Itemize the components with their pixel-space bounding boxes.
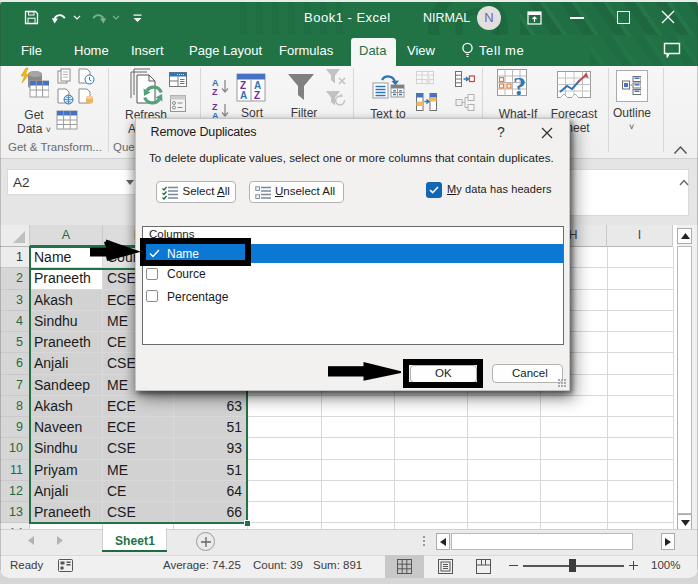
- svg-text:?: ?: [513, 72, 526, 101]
- svg-text:Z: Z: [212, 87, 218, 96]
- svg-text:Z: Z: [254, 90, 260, 101]
- svg-text:A: A: [240, 90, 247, 101]
